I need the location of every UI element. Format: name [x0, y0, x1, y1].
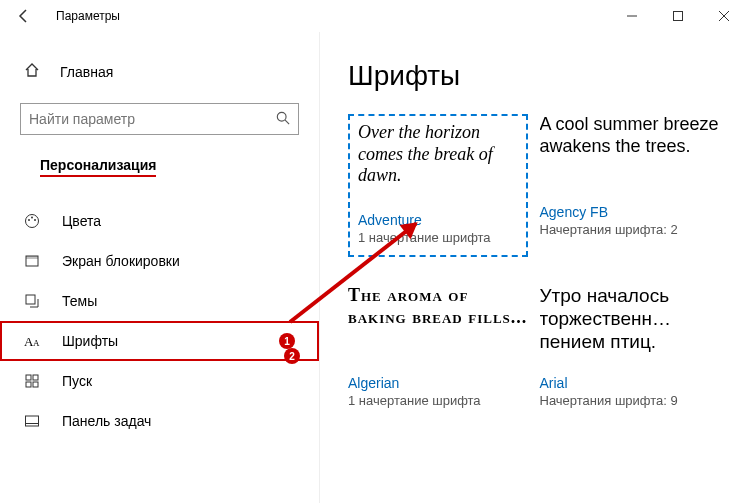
palette-icon: [24, 213, 44, 229]
minimize-button[interactable]: [609, 0, 655, 32]
svg-point-9: [34, 219, 36, 221]
nav-label: Шрифты: [62, 333, 118, 349]
font-name: Algerian: [348, 375, 528, 391]
maximize-button[interactable]: [655, 0, 701, 32]
home-link[interactable]: Главная: [0, 52, 319, 91]
font-sample: A cool summer breeze awakens the trees.: [540, 114, 720, 196]
font-sample: Утро началось торжественн… пением птиц.: [540, 285, 720, 367]
nav-label: Панель задач: [62, 413, 151, 429]
svg-line-5: [285, 120, 289, 124]
font-card-arial[interactable]: Утро началось торжественн… пением птиц. …: [540, 285, 720, 408]
font-name: Agency FB: [540, 204, 720, 220]
svg-rect-18: [33, 382, 38, 387]
nav-label: Пуск: [62, 373, 92, 389]
font-name: Arial: [540, 375, 720, 391]
start-icon: [24, 373, 44, 389]
nav-label: Темы: [62, 293, 97, 309]
svg-rect-1: [674, 12, 683, 21]
taskbar-icon: [24, 413, 44, 429]
back-button[interactable]: [8, 0, 40, 32]
svg-point-6: [26, 215, 39, 228]
home-label: Главная: [60, 64, 113, 80]
nav-label: Экран блокировки: [62, 253, 180, 269]
main-panel: Шрифты Over the horizon comes the break …: [320, 32, 747, 503]
fonts-icon: AA: [24, 333, 44, 349]
nav-item-colors[interactable]: Цвета: [0, 201, 319, 241]
font-grid: Over the horizon comes the break of dawn…: [348, 114, 719, 408]
search-input[interactable]: [29, 111, 276, 127]
titlebar: Параметры: [0, 0, 747, 32]
nav-item-lockscreen[interactable]: Экран блокировки: [0, 241, 319, 281]
svg-point-8: [31, 217, 33, 219]
close-button[interactable]: [701, 0, 747, 32]
nav-item-start[interactable]: Пуск: [0, 361, 319, 401]
search-box[interactable]: [20, 103, 299, 135]
sidebar: Главная Персонализация Цвета Экран блок: [0, 32, 320, 503]
font-card-algerian[interactable]: The aroma of baking bread fills... Alger…: [348, 285, 528, 408]
section-label: Персонализация: [40, 157, 156, 177]
themes-icon: [24, 293, 44, 309]
font-card-agency[interactable]: A cool summer breeze awakens the trees. …: [540, 114, 720, 257]
page-heading: Шрифты: [348, 60, 719, 92]
font-faces: 1 начертание шрифта: [348, 393, 528, 408]
font-faces: Начертания шрифта: 2: [540, 222, 720, 237]
font-faces: Начертания шрифта: 9: [540, 393, 720, 408]
svg-rect-12: [26, 295, 35, 304]
svg-rect-16: [33, 375, 38, 380]
window-title: Параметры: [56, 9, 120, 23]
svg-rect-19: [26, 416, 39, 426]
svg-rect-17: [26, 382, 31, 387]
home-icon: [24, 62, 44, 81]
svg-point-4: [277, 112, 286, 121]
font-sample: The aroma of baking bread fills...: [348, 285, 528, 367]
svg-point-7: [28, 219, 30, 221]
font-card-adventure[interactable]: Over the horizon comes the break of dawn…: [348, 114, 528, 257]
svg-text:A: A: [33, 338, 40, 348]
font-faces: 1 начертание шрифта: [358, 230, 518, 245]
nav-item-fonts[interactable]: AA Шрифты 1: [0, 321, 319, 361]
font-sample: Over the horizon comes the break of dawn…: [358, 122, 518, 204]
nav-list: Цвета Экран блокировки Темы AA Шрифты 1: [0, 201, 319, 441]
svg-rect-15: [26, 375, 31, 380]
font-name: Adventure: [358, 212, 518, 228]
nav-item-themes[interactable]: Темы: [0, 281, 319, 321]
nav-label: Цвета: [62, 213, 101, 229]
annotation-badge-1: 1: [279, 333, 295, 349]
search-icon: [276, 111, 290, 128]
nav-item-taskbar[interactable]: Панель задач: [0, 401, 319, 441]
lockscreen-icon: [24, 253, 44, 269]
svg-rect-11: [26, 256, 38, 259]
